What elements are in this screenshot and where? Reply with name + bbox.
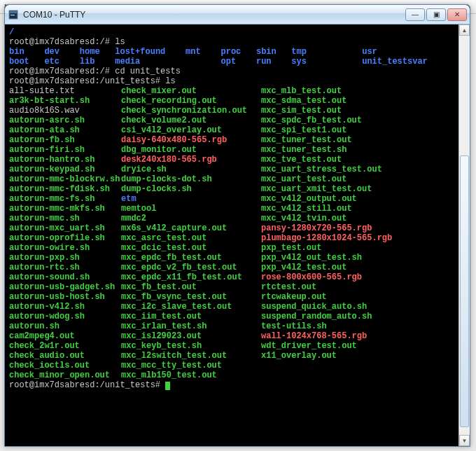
terminal-line: autorun-hantro.shdesk240x180-565.rgbmxc_… [9,155,454,165]
scroll-thumb[interactable] [460,155,469,427]
titlebar[interactable]: COM10 - PuTTY — ▣ ✕ [5,5,470,25]
terminal-line: autorun-mmc-fdisk.shdump-clocks.shmxc_ua… [9,184,454,194]
scroll-up-button[interactable]: ▲ [459,25,470,36]
terminal-line: autorun-mmc-blockrw.shdump-clocks-dot.sh… [9,174,454,184]
svg-rect-2 [10,15,15,15]
scrollbar[interactable]: ▲ ▼ [458,25,470,446]
terminal-line: cam2mpeg4.outmxc_isl29023.outwall-1024x7… [9,331,454,341]
terminal-line: check_2w1r.outmxc_keyb_test.shwdt_driver… [9,341,454,351]
terminal-line: / [9,27,454,37]
terminal-line: autorun-wdog.shmxc_iim_test.outsuspend_r… [9,312,454,321]
maximize-button[interactable]: ▣ [426,8,446,21]
scroll-track[interactable] [459,36,470,435]
putty-window: COM10 - PuTTY — ▣ ✕ /root@imx7dsabresd:/… [4,4,470,447]
terminal-line: bin dev home lost+found mnt proc sbin tm… [9,47,454,57]
cursor [165,382,170,390]
terminal-icon [8,9,19,20]
terminal-line: boot etc lib media opt run sys unit_test… [9,57,454,67]
terminal-line: autorun-pxp.shmxc_epdc_fb_test.outpxp_v4… [9,253,454,263]
terminal-line: autorun-firi.shdbg_monitor.outmxc_tuner_… [9,145,454,155]
terminal-line: check_minor_open.outmxc_mlb150_test.out [9,370,454,380]
terminal-line: autorun-keypad.shdryice.shmxc_uart_stres… [9,165,454,174]
terminal-line: autorun-ata.shcsi_v4l2_overlay.outmxc_sp… [9,125,454,135]
terminal-body: /root@imx7dsabresd:/# lsbin dev home los… [5,25,470,446]
svg-rect-1 [10,11,17,13]
terminal-line: all-suite.txtcheck_mixer.outmxc_mlb_test… [9,86,454,96]
terminal-line: check_audio.outmxc_l2switch_test.outx11_… [9,351,454,361]
terminal-line: audio8k16S.wavcheck_synchronization.outm… [9,106,454,116]
terminal-line: autorun-sound.shmxc_epdc_x11_fb_test.out… [9,272,454,282]
terminal-line: autorun-rtc.shmxc_epdc_v2_fb_test.outpxp… [9,263,454,272]
terminal-line: root@imx7dsabresd:/unit_tests# ls [9,76,454,86]
terminal-line: autorun-mxc_uart.shmx6s_v4l2_capture.out… [9,223,454,233]
terminal-line: root@imx7dsabresd:/unit_tests# [9,380,454,390]
terminal-line: autorun-usb-host.shmxc_fb_vsync_test.out… [9,292,454,302]
terminal-line: ar3k-bt-start.shcheck_recording.outmxc_s… [9,96,454,106]
terminal-line: root@imx7dsabresd:/# ls [9,37,454,47]
terminal-line: autorun-fb.shdaisy-640x480-565.rgbmxc_tu… [9,135,454,145]
terminal-line: root@imx7dsabresd:/# cd unit_tests [9,67,454,76]
terminal-line: autorun-mmc-mkfs.shmemtoolmxc_v4l2_still… [9,204,454,214]
terminal-line: autorun.shmxc_irlan_test.shtest-utils.sh [9,321,454,331]
terminal-line: autorun-usb-gadget.shmxc_fb_test.outrtct… [9,282,454,292]
terminal-line: autorun-asrc.shcheck_volume2.outmxc_spdc… [9,116,454,125]
window-buttons: — ▣ ✕ [405,8,467,21]
terminal-line: autorun-owire.shmxc_dcic_test.outpxp_tes… [9,243,454,253]
terminal-line: autorun-v4l2.shmxc_i2c_slave_test.outsus… [9,302,454,312]
terminal[interactable]: /root@imx7dsabresd:/# lsbin dev home los… [5,25,458,446]
terminal-line: autorun-oprofile.shmxc_asrc_test.outplum… [9,233,454,243]
terminal-line: check_ioctls.outmxc_mcc_tty_test.out [9,361,454,370]
scroll-down-button[interactable]: ▼ [459,435,470,446]
window-title: COM10 - PuTTY [23,10,405,20]
terminal-line: autorun-mmc-fs.shetmmxc_v4l2_output.out [9,194,454,204]
close-button[interactable]: ✕ [447,8,467,21]
terminal-line: autorun-mmc.shmmdc2mxc_v4l2_tvin.out [9,214,454,223]
minimize-button[interactable]: — [405,8,425,21]
